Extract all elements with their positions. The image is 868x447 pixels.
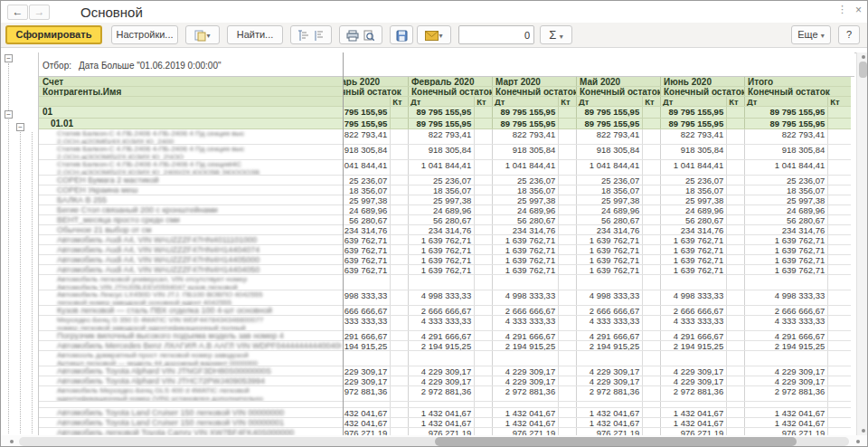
table-row[interactable]: Статив Балкон-С 4.ПБ-2406 4-ПБ-2406 4 Пд… [39, 160, 851, 176]
kt-value-cell[interactable] [558, 290, 576, 305]
kt-value-cell[interactable] [827, 265, 851, 274]
kt-value-cell[interactable] [827, 386, 851, 401]
group-row-01.01[interactable]: 01.0189 795 155,9589 795 155,9589 795 15… [39, 119, 851, 129]
kt-value-cell[interactable] [827, 402, 851, 407]
kt-value-cell[interactable] [726, 265, 744, 274]
dt-value-cell[interactable] [661, 402, 726, 407]
kt-value-cell[interactable] [827, 160, 851, 175]
dt-value-cell[interactable]: 1 432 041,67 [409, 418, 474, 427]
dt-value-cell[interactable]: 4 998 333,33 [344, 290, 390, 305]
find-button[interactable]: Найти... [227, 25, 283, 44]
dt-value-cell[interactable]: 2 972 881,36 [344, 386, 390, 401]
dt-value-cell[interactable]: 1 041 844,41 [344, 160, 390, 175]
table-row[interactable]: Автомобиль Toyota Alphard VIN JTHC72PWJ4… [39, 376, 851, 386]
table-row[interactable]: Автомобиль Audi A4, VIN WAUZZZF47HN4Н144… [39, 265, 851, 275]
dt-value-cell[interactable]: 4 229 309,17 [493, 376, 558, 385]
table-row[interactable]: Автомобиль легковой Toyota Camry VIN XW7… [39, 428, 851, 435]
kt-value-cell[interactable] [642, 129, 660, 144]
dt-value-cell[interactable]: 4 229 309,17 [409, 376, 474, 385]
kt-value-cell[interactable] [726, 235, 744, 244]
kt-value-cell[interactable] [642, 376, 660, 385]
dt-value-cell[interactable]: 918 305,84 [745, 145, 827, 159]
dt-value-cell[interactable] [577, 402, 642, 407]
dt-value-cell[interactable]: 1 432 041,67 [745, 418, 827, 427]
table-row[interactable]: Автомобиль Mercedes Benz ЛХАГИЯ А.В ААГЛ… [39, 341, 851, 351]
kt-value-cell[interactable] [726, 225, 744, 234]
dt-value-cell[interactable]: 4 291 666,67 [577, 331, 642, 340]
filter-row[interactable]: Отбор:Дата Больше "01.06.2019 0:00:00" [39, 52, 854, 77]
kt-value-cell[interactable] [474, 245, 492, 254]
kt-value-cell[interactable] [390, 366, 408, 376]
kt-value-cell[interactable] [726, 255, 744, 264]
dt-value-cell[interactable]: 2 666 666,67 [745, 306, 827, 315]
dt-value-cell[interactable] [661, 351, 726, 366]
kt-value-cell[interactable] [474, 331, 492, 340]
dt-value-cell[interactable]: 24 689,96 [344, 205, 390, 214]
dt-value-cell[interactable]: 1 432 041,67 [661, 418, 726, 427]
kt-value-cell[interactable] [827, 316, 851, 330]
dt-value-cell[interactable]: 4 229 309,17 [577, 376, 642, 385]
kt-value-cell[interactable] [474, 255, 492, 264]
dt-value-cell[interactable]: 4 291 666,67 [493, 331, 558, 340]
kt-value-cell[interactable] [474, 265, 492, 274]
kt-value-cell[interactable] [474, 428, 492, 435]
dt-value-cell[interactable]: 4 229 309,17 [577, 366, 642, 376]
kt-value-cell[interactable] [726, 145, 744, 159]
table-row[interactable]: Автомобиль Audi A4, VIN WAUZZZF47HN4Н144… [39, 245, 851, 255]
dt-value-cell[interactable]: 18 356,07 [577, 185, 642, 195]
dt-value-cell[interactable] [745, 402, 827, 407]
kt-value-cell[interactable] [827, 331, 851, 340]
kt-value-cell[interactable] [390, 235, 408, 244]
dt-value-cell[interactable]: 234 314,76 [661, 225, 726, 234]
table-row[interactable]: Кузов легковой — сталь ПВХ отделка 100 4… [39, 306, 851, 316]
scroll-left-arrow[interactable] [10, 440, 14, 443]
dt-value-cell[interactable]: 24 689,96 [577, 205, 642, 214]
kt-value-cell[interactable] [726, 386, 744, 401]
kt-value-cell[interactable] [390, 331, 408, 340]
kt-value-cell[interactable] [558, 366, 576, 376]
kt-value-cell[interactable] [390, 290, 408, 305]
dt-value-cell[interactable]: 918 305,84 [344, 145, 390, 159]
dt-value-cell[interactable]: 822 793,41 [745, 129, 827, 144]
dt-value-cell[interactable]: 1 639 762,71 [745, 235, 827, 244]
kt-value-cell[interactable] [642, 331, 660, 340]
kt-value-cell[interactable] [827, 428, 851, 435]
save-button[interactable] [390, 25, 413, 44]
report-variants-button[interactable]: ▾ [185, 25, 220, 44]
dt-value-cell[interactable]: 1 639 762,71 [493, 265, 558, 274]
kt-value-cell[interactable] [827, 145, 851, 159]
dt-value-cell[interactable]: 4 333 333,33 [661, 316, 726, 330]
kt-value-cell[interactable] [390, 215, 408, 224]
dt-value-cell[interactable]: 89 795 155,95 [577, 119, 642, 128]
dt-value-cell[interactable]: 918 305,84 [577, 145, 642, 159]
kt-value-cell[interactable] [558, 119, 576, 128]
dt-value-cell[interactable]: 89 795 155,95 [745, 119, 827, 128]
kt-value-cell[interactable] [827, 215, 851, 224]
dt-value-cell[interactable]: 1 639 762,71 [745, 265, 827, 274]
table-row[interactable]: Статив Балкон-С 4.ПБ.2406 4-ПБ-2406 4 Пд… [39, 129, 851, 145]
kt-value-cell[interactable] [642, 316, 660, 330]
dt-value-cell[interactable] [661, 275, 726, 290]
dt-value-cell[interactable] [745, 275, 827, 290]
kt-value-cell[interactable] [474, 205, 492, 214]
horizontal-scroll-track[interactable] [19, 437, 849, 446]
dt-value-cell[interactable]: 1 639 762,71 [409, 265, 474, 274]
dt-value-cell[interactable] [493, 402, 558, 407]
dt-value-cell[interactable]: 89 795 155,95 [409, 107, 474, 118]
dt-value-cell[interactable]: 234 314,76 [745, 225, 827, 234]
dt-value-cell[interactable]: 2 666 666,67 [577, 306, 642, 315]
dt-value-cell[interactable]: 1 639 762,71 [577, 245, 642, 254]
kt-value-cell[interactable] [558, 225, 576, 234]
kt-value-cell[interactable] [726, 341, 744, 350]
table-row[interactable]: Бегие Стол связаный 200 с кронштейнами24… [39, 205, 851, 215]
kt-value-cell[interactable] [474, 145, 492, 159]
dt-value-cell[interactable]: 822 793,41 [661, 129, 726, 144]
dt-value-cell[interactable]: 2 194 915,25 [493, 341, 558, 350]
dt-value-cell[interactable]: 89 795 155,95 [577, 107, 642, 118]
dt-value-cell[interactable]: 4 291 666,67 [409, 331, 474, 340]
kt-value-cell[interactable] [390, 176, 408, 185]
kt-value-cell[interactable] [390, 386, 408, 401]
kt-value-cell[interactable] [726, 290, 744, 305]
kt-value-cell[interactable] [558, 428, 576, 435]
dt-value-cell[interactable]: 89 795 155,95 [745, 107, 827, 118]
